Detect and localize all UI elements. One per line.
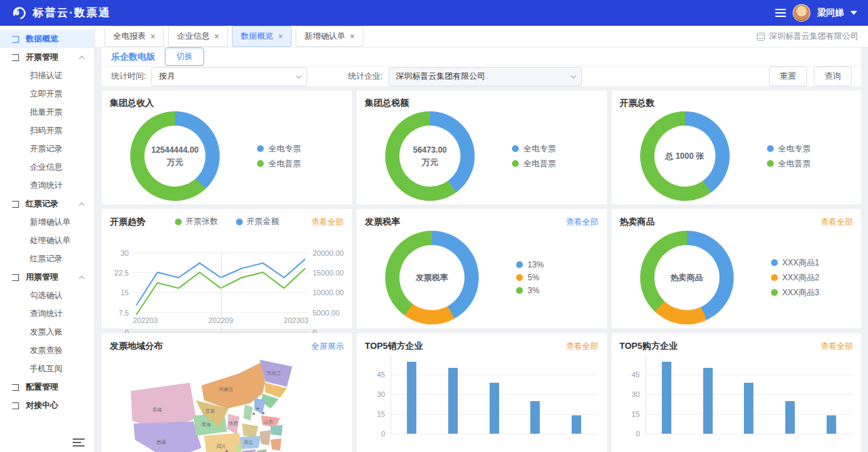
legend-dot xyxy=(516,261,523,268)
tab-report[interactable]: 全电报表× xyxy=(104,26,164,47)
current-company: 深圳标普云集团有限公司 xyxy=(757,31,859,42)
version-label: 乐企数电版 xyxy=(111,51,155,63)
time-filter-label: 统计时间: xyxy=(111,71,146,82)
sidebar-item-red-invoice[interactable]: 红票记录 xyxy=(0,195,94,213)
sidebar-item-query-stats[interactable]: 查询统计 xyxy=(0,176,94,195)
view-all-link[interactable]: 查看全部 xyxy=(821,216,853,228)
legend: 全电专票 全电普票 xyxy=(767,140,811,173)
card-title: 发票税率 xyxy=(365,216,400,228)
view-all-link[interactable]: 查看全部 xyxy=(566,216,599,228)
app-title: 标普云·数票通 xyxy=(33,6,111,20)
close-icon[interactable]: × xyxy=(214,32,219,41)
fullscreen-link[interactable]: 全屏展示 xyxy=(311,341,344,352)
sidebar-item-integration-center[interactable]: 对接中心 xyxy=(0,396,94,415)
map-marker-icon: ★ xyxy=(224,449,229,452)
sidebar-item-batch-issue[interactable]: 批量开票 xyxy=(0,103,94,121)
filter-bar: 统计时间: 按月 统计企业: 深圳标普云集团有限公司 重置 查询 xyxy=(102,67,861,86)
query-button[interactable]: 查询 xyxy=(814,67,852,86)
card-title: 热卖商品 xyxy=(620,216,655,228)
map-marker-icon: ★ xyxy=(252,411,256,416)
tax-rate-donut-chart: 发票税率 xyxy=(385,231,479,324)
time-select[interactable]: 按月 xyxy=(151,67,307,86)
legend-dot xyxy=(236,219,243,225)
sidebar-item-config-mgmt[interactable]: 配置管理 xyxy=(0,378,94,396)
legend-dot xyxy=(767,145,774,152)
avatar[interactable] xyxy=(793,4,810,22)
legend-dot xyxy=(767,160,774,167)
folder-icon xyxy=(12,384,19,391)
revenue-donut-chart: 12544444.00万元 xyxy=(130,111,220,201)
sidebar-item-new-confirm[interactable]: 新增确认单 xyxy=(0,213,94,231)
chevron-down-icon xyxy=(296,73,302,78)
card-title: 集团总税额 xyxy=(365,97,409,109)
legend-dot xyxy=(516,274,523,281)
card-region-map: 发票地域分布 全屏展示 xyxy=(102,333,352,452)
sidebar-collapse-icon[interactable] xyxy=(73,438,85,447)
folder-icon xyxy=(12,36,19,43)
legend-dot xyxy=(512,160,519,167)
sidebar-item-check-confirm[interactable]: 勾选确认 xyxy=(0,286,94,305)
sidebar-item-data-overview[interactable]: 数据概览 xyxy=(0,30,94,48)
chevron-down-icon[interactable] xyxy=(850,11,857,15)
app-header: 标普云·数票通 梁同娣 xyxy=(0,0,868,26)
legend-dot xyxy=(771,274,778,281)
tab-data-overview[interactable]: 数据概览× xyxy=(232,26,292,47)
sidebar-item-handle-confirm[interactable]: 处理确认单 xyxy=(0,231,94,250)
user-name[interactable]: 梁同娣 xyxy=(817,7,844,19)
sidebar-item-ticket-mgmt[interactable]: 用票管理 xyxy=(0,268,94,286)
reset-button[interactable]: 重置 xyxy=(769,67,807,86)
card-top5-sellers: TOP5销方企业 查看全部 45 30 15 0 xyxy=(357,333,607,452)
close-icon[interactable]: × xyxy=(151,32,155,41)
card-hot-products: 热卖商品 查看全部 热卖商品 XXX商品1 XXX商品2 XXX商品3 xyxy=(612,209,862,328)
sidebar-item-mobile-view[interactable]: 手机互阅 xyxy=(0,360,94,378)
sidebar-item-query-stats2[interactable]: 查询统计 xyxy=(0,305,94,323)
close-icon[interactable]: × xyxy=(278,32,283,41)
sidebar-item-invoice-mgmt[interactable]: 开票管理 xyxy=(0,48,94,67)
sidebar-item-issue-now[interactable]: 立即开票 xyxy=(0,85,94,103)
count-donut-chart: 总 1000 张 xyxy=(640,111,730,201)
tab-bar: 全电报表× 企业信息× 数据概览× 新增确认单× 深圳标普云集团有限公司 xyxy=(95,26,868,48)
card-title: 发票地域分布 xyxy=(110,340,163,352)
switch-version-button[interactable]: 切换 xyxy=(165,48,204,66)
sidebar-item-scan-issue[interactable]: 扫码开票 xyxy=(0,121,94,140)
folder-icon xyxy=(12,54,19,61)
card-title: 开票总数 xyxy=(620,97,655,109)
legend: 13% 5% 3% xyxy=(516,257,544,299)
folder-icon xyxy=(12,201,19,208)
sidebar-item-company-info[interactable]: 企业信息 xyxy=(0,158,94,176)
tab-company-info[interactable]: 企业信息× xyxy=(168,26,228,47)
company-filter-label: 统计企业: xyxy=(348,71,382,82)
building-icon xyxy=(757,33,765,41)
sidebar-item-scan-auth[interactable]: 扫描认证 xyxy=(0,67,94,85)
company-select[interactable]: 深圳标普云集团有限公司 xyxy=(389,67,582,86)
svg-text:新疆: 新疆 xyxy=(153,407,162,413)
svg-text:山东: 山东 xyxy=(264,419,273,424)
sellers-bar-chart: 45 30 15 0 xyxy=(391,355,597,434)
view-all-link[interactable]: 查看全部 xyxy=(566,341,599,352)
sidebar-item-red-records[interactable]: 红票记录 xyxy=(0,250,94,268)
svg-text:青海: 青海 xyxy=(201,422,211,428)
buyers-bar-chart: 45 30 15 0 xyxy=(646,355,852,434)
sidebar-item-invoice-verify[interactable]: 发票查验 xyxy=(0,341,94,360)
y-axis-right: 20000.00 15000.00 10000.00 5000.00 0 xyxy=(309,252,348,333)
sidebar-item-invoice-records[interactable]: 开票记录 xyxy=(0,140,94,158)
menu-icon[interactable] xyxy=(775,9,786,17)
chevron-up-icon xyxy=(79,56,84,61)
card-tax-rate: 发票税率 查看全部 发票税率 13% 5% 3% xyxy=(357,209,607,328)
y-axis-left: 30 22.5 15 7.5 0 xyxy=(106,252,133,333)
card-title: 集团总收入 xyxy=(110,97,154,109)
legend-dot xyxy=(771,289,778,296)
tab-new-confirm[interactable]: 新增确认单× xyxy=(296,26,363,47)
china-map-chart: 新疆 西藏 青海 四川 云南 内蒙古 甘肃 黑龙江 广东 山东 湖北 陕西 ★ … xyxy=(102,352,352,452)
hot-products-donut-chart: 热卖商品 xyxy=(640,231,734,324)
tax-donut-chart: 56473.00万元 xyxy=(385,111,475,201)
svg-text:黑龙江: 黑龙江 xyxy=(267,371,281,376)
brand-logo-icon xyxy=(11,5,27,21)
sidebar-item-invoice-entry[interactable]: 发票入账 xyxy=(0,323,94,341)
legend-dot xyxy=(175,219,182,225)
view-all-link[interactable]: 查看全部 xyxy=(821,341,853,352)
close-icon[interactable]: × xyxy=(350,32,355,41)
chevron-up-icon xyxy=(79,276,84,281)
card-group-tax: 集团总税额 56473.00万元 全电专票 全电普票 xyxy=(357,90,607,204)
svg-text:西藏: 西藏 xyxy=(157,440,166,445)
